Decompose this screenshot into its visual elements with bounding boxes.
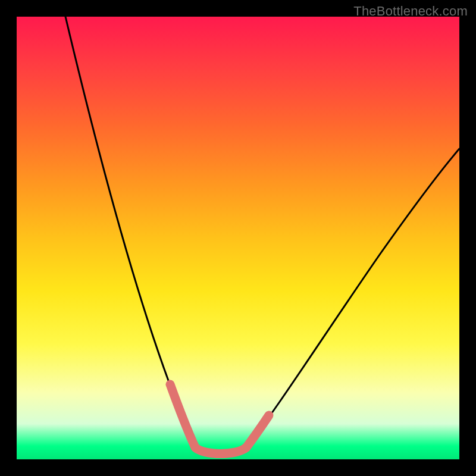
curve-layer	[17, 17, 459, 459]
highlight-floor	[195, 447, 246, 454]
plot-area	[17, 17, 459, 459]
highlight-left	[170, 384, 195, 447]
chart-frame: TheBottleneck.com	[0, 0, 476, 476]
highlight-right	[246, 415, 269, 447]
v-curve-left	[65, 17, 195, 447]
v-curve-right	[246, 149, 459, 447]
watermark-text: TheBottleneck.com	[353, 4, 468, 19]
